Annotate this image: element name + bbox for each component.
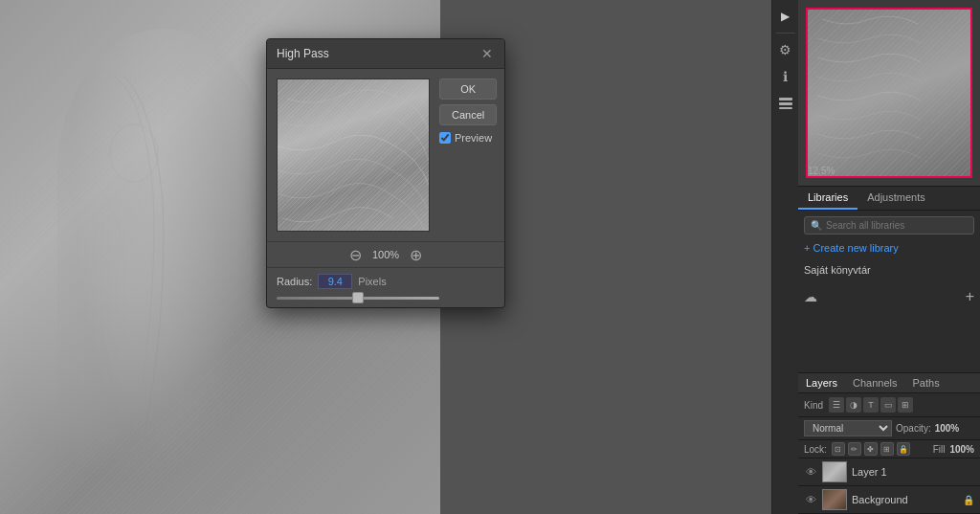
library-name: Saját könyvtár [804,261,974,279]
tab-layers[interactable]: Layers [798,373,845,392]
preview-checkbox[interactable] [439,132,451,144]
blend-mode-select[interactable]: Normal Multiply Screen Overlay [804,420,892,436]
lock-all-icon[interactable]: 🔒 [897,442,910,456]
layer-thumb-background [822,489,847,510]
right-side: ▶ ⚙ ℹ [771,0,980,514]
preview-thumbnail: 12.5% [798,0,980,187]
dialog-title: High Pass [277,47,329,60]
high-pass-dialog: High Pass ✕ [266,38,505,308]
layer-name-layer1: Layer 1 [852,466,974,478]
radius-slider-thumb[interactable] [352,292,364,303]
kind-adjust-icon[interactable]: ◑ [846,397,861,413]
radius-unit: Pixels [358,276,386,287]
icon-rail: ▶ ⚙ ℹ [771,0,798,514]
layer-name-background: Background [852,494,958,505]
separator-1 [776,33,795,34]
layers-tabs: Layers Channels Paths [798,373,980,393]
zoom-info: 12.5% [808,166,835,176]
kind-icons: ☰ ◑ T ▭ ⊞ [829,397,974,413]
lock-label: Lock: [804,444,827,455]
dialog-slider-row [267,295,504,307]
opacity-value[interactable]: 100% [935,423,960,434]
opacity-row: Opacity: 100% [896,423,974,434]
kind-smart-icon[interactable]: ⊞ [898,397,913,413]
zoom-in-button[interactable]: ⊕ [407,246,424,263]
search-input[interactable] [826,220,968,231]
svg-rect-3 [779,107,792,109]
kind-shape-icon[interactable]: ▭ [880,397,896,413]
layer-row-layer1[interactable]: 👁 Layer 1 [798,458,980,486]
layers-svg [778,97,793,110]
kind-pixel-icon[interactable]: ☰ [829,397,844,413]
layer-lock-icon: 🔒 [963,495,974,505]
preview-thumb-inner[interactable] [806,8,972,178]
layers-icon[interactable] [775,93,796,114]
dialog-close-button[interactable]: ✕ [479,46,495,61]
dialog-zoom-row: ⊖ 100% ⊕ [267,241,504,267]
dialog-body: OK Cancel Preview [267,69,504,241]
layers-panel: Layers Channels Paths Kind ☰ ◑ T ▭ ⊞ [798,372,980,514]
svg-rect-2 [779,102,792,105]
fill-value[interactable]: 100% [949,444,974,455]
tab-channels[interactable]: Channels [845,373,904,392]
create-library-button[interactable]: + Create new library [804,240,974,256]
svg-rect-1 [779,98,792,101]
preview-svg [278,79,429,231]
layer-eye-background[interactable]: 👁 [804,493,817,506]
zoom-percent-display: 100% [372,249,399,260]
dialog-actions: OK Cancel Preview [439,78,497,232]
app-container: High Pass ✕ [0,0,980,514]
tab-adjustments[interactable]: Adjustments [858,187,935,210]
dialog-titlebar: High Pass ✕ [267,39,504,69]
layer-row-background[interactable]: 👁 Background 🔒 [798,486,980,514]
kind-label: Kind [804,400,823,411]
cloud-icon: ☁ [804,289,817,304]
play-button[interactable]: ▶ [775,6,796,27]
radius-input[interactable] [318,274,352,289]
tab-libraries[interactable]: Libraries [798,187,858,210]
add-to-library-button[interactable]: + [966,288,974,305]
layer-thumb-layer1 [822,461,847,482]
thumb-svg [808,10,970,176]
search-icon: 🔍 [811,220,822,231]
libraries-panel-content: 🔍 + Create new library Saját könyvtár ☁ … [798,211,980,372]
lock-paint-icon[interactable]: ✏ [848,442,861,456]
dialog-radius-row: Radius: Pixels [267,267,504,295]
dialog-preview-image[interactable] [277,78,430,232]
fill-label: Fill [933,444,946,455]
layer-eye-layer1[interactable]: 👁 [804,465,817,479]
layers-kind-row: Kind ☰ ◑ T ▭ ⊞ [798,393,980,417]
blend-opacity-row: Normal Multiply Screen Overlay Opacity: … [798,417,980,440]
lock-row: Lock: ⊡ ✏ ✤ ⊞ 🔒 Fill 100% [798,440,980,458]
zoom-out-button[interactable]: ⊖ [347,246,365,263]
panel-tabs: Libraries Adjustments [798,187,980,211]
kind-type-icon[interactable]: T [863,397,879,413]
lock-move-icon[interactable]: ✤ [864,442,878,456]
preview-label: Preview [455,132,492,144]
svg-point-0 [110,124,158,182]
tab-paths[interactable]: Paths [905,373,947,392]
search-box[interactable]: 🔍 [804,216,974,235]
panels-column: 12.5% Libraries Adjustments 🔍 + Create n… [798,0,980,514]
canvas-area: High Pass ✕ [0,0,771,514]
radius-label: Radius: [277,276,312,287]
preview-checkbox-row: Preview [439,132,497,144]
lock-transparency-icon[interactable]: ⊡ [832,442,845,456]
opacity-label: Opacity: [896,423,931,434]
lock-artboard-icon[interactable]: ⊞ [880,442,894,456]
settings-icon[interactable]: ⚙ [775,39,796,60]
lock-icons: ⊡ ✏ ✤ ⊞ 🔒 [832,442,930,456]
ok-button[interactable]: OK [439,78,497,100]
info-icon[interactable]: ℹ [775,66,796,87]
cancel-button[interactable]: Cancel [439,104,497,125]
radius-slider[interactable] [277,297,439,300]
cloud-icon-row: ☁ + [804,284,974,309]
